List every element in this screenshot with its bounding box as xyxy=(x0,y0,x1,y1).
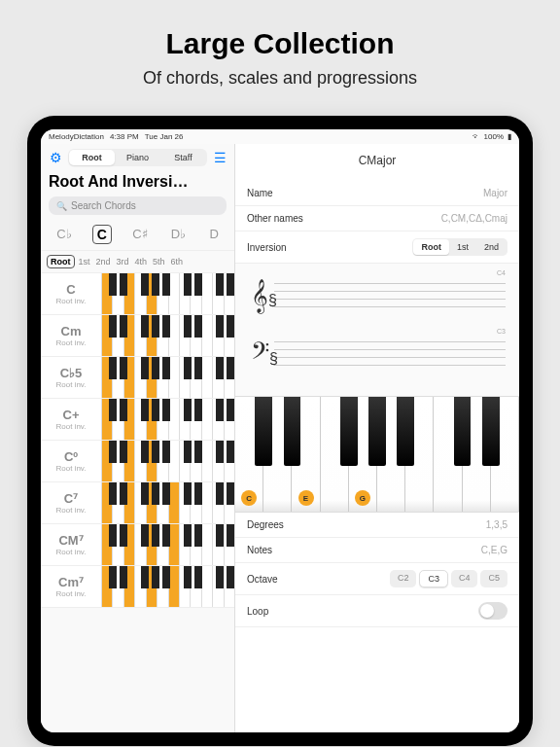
status-date: Tue Jan 26 xyxy=(145,132,184,141)
field-inversion: Inversion Root 1st 2nd xyxy=(235,231,519,264)
field-degrees: Degrees 1,3,5 xyxy=(235,513,519,538)
sidebar-title: Root And Inversi… xyxy=(41,171,234,193)
piano-black-key[interactable] xyxy=(255,397,272,466)
field-notes: Notes C,E,G xyxy=(235,538,519,563)
piano-black-key[interactable] xyxy=(368,397,386,466)
piano-keyboard[interactable]: CEG xyxy=(235,396,519,513)
view-segmented[interactable]: Root Piano Staff xyxy=(68,149,207,166)
piano-black-key[interactable] xyxy=(482,397,500,466)
field-other-names: Other names C,CM,CΔ,Cmaj xyxy=(235,206,519,231)
field-loop: Loop xyxy=(235,595,519,627)
root-picker[interactable]: C♭ C C♯ D♭ D xyxy=(41,219,234,251)
hero-subtitle: Of chords, scales and progressions xyxy=(0,68,560,89)
tab-piano[interactable]: Piano xyxy=(115,150,160,165)
battery-pct: 100% xyxy=(484,132,504,141)
root-c[interactable]: C xyxy=(92,225,112,244)
tab-staff[interactable]: Staff xyxy=(160,150,206,165)
field-octave: Octave C2 C3 C4 C5 xyxy=(235,563,519,595)
inv-4[interactable]: 4th xyxy=(133,255,150,268)
inv-root[interactable]: Root xyxy=(47,255,75,268)
detail-title: CMajor xyxy=(235,144,519,181)
root-cb[interactable]: C♭ xyxy=(53,225,74,244)
status-time: 4:38 PM xyxy=(110,132,139,141)
root-db[interactable]: D♭ xyxy=(168,225,189,244)
inv-1[interactable]: 1st xyxy=(77,255,92,268)
inv-5[interactable]: 5th xyxy=(151,255,167,268)
bass-clef-icon: 𝄢§ xyxy=(251,338,278,372)
inversion-picker[interactable]: Root 1st 2nd 3rd 4th 5th 6th xyxy=(41,251,234,273)
inv-2[interactable]: 2nd xyxy=(94,255,113,268)
ipad-frame: MelodyDictation 4:38 PM Tue Jan 26 ᯤ 100… xyxy=(27,116,533,746)
inv-3[interactable]: 3rd xyxy=(115,255,131,268)
octave-picker[interactable]: C2 C3 C4 C5 xyxy=(390,570,508,587)
chord-item[interactable]: CºRoot inv. xyxy=(41,441,234,482)
piano-black-key[interactable] xyxy=(340,397,358,466)
staff-notation: C4 𝄞§ C3 𝄢§ xyxy=(235,264,519,396)
battery-icon: ▮ xyxy=(508,132,511,141)
chord-item[interactable]: C♭5Root inv. xyxy=(41,357,234,399)
detail-panel: CMajor Name Major Other names C,CM,CΔ,Cm… xyxy=(235,144,519,732)
inv-6[interactable]: 6th xyxy=(169,255,186,268)
chord-item[interactable]: CM⁷Root inv. xyxy=(41,524,234,566)
chord-item[interactable]: CmRoot inv. xyxy=(41,315,234,357)
status-bar: MelodyDictation 4:38 PM Tue Jan 26 ᯤ 100… xyxy=(41,129,519,144)
root-cs[interactable]: C♯ xyxy=(129,225,150,244)
filter-icon[interactable]: ☰ xyxy=(211,149,228,166)
wifi-icon: ᯤ xyxy=(472,132,480,141)
treble-clef-icon: 𝄞§ xyxy=(251,279,277,313)
piano-black-key[interactable] xyxy=(284,397,301,466)
chord-item[interactable]: CRoot inv. xyxy=(41,273,234,315)
field-name: Name Major xyxy=(235,181,519,206)
search-input[interactable]: Search Chords xyxy=(49,196,227,215)
piano-black-key[interactable] xyxy=(454,397,472,466)
chord-list[interactable]: CRoot inv.CmRoot inv.C♭5Root inv.C+Root … xyxy=(41,273,234,732)
root-d[interactable]: D xyxy=(206,225,221,244)
piano-black-key[interactable] xyxy=(397,397,414,466)
sidebar: ⚙ Root Piano Staff ☰ Root And Inversi… S… xyxy=(41,144,235,732)
loop-toggle[interactable] xyxy=(478,602,508,620)
hero-title: Large Collection xyxy=(0,27,560,60)
inversion-segmented[interactable]: Root 1st 2nd xyxy=(412,238,508,256)
screen: MelodyDictation 4:38 PM Tue Jan 26 ᯤ 100… xyxy=(41,129,519,732)
settings-icon[interactable]: ⚙ xyxy=(47,149,64,166)
hero-banner: Large Collection Of chords, scales and p… xyxy=(0,0,560,106)
tab-root[interactable]: Root xyxy=(69,150,115,165)
chord-item[interactable]: C+Root inv. xyxy=(41,399,234,441)
chord-item[interactable]: C⁷Root inv. xyxy=(41,482,234,524)
chord-item[interactable]: Cm⁷Root inv. xyxy=(41,566,234,608)
status-app: MelodyDictation xyxy=(49,132,104,141)
